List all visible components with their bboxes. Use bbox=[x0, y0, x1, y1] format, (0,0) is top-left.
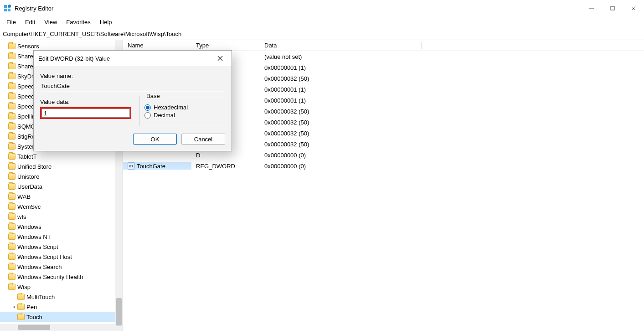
value-name: TouchGate bbox=[137, 163, 165, 170]
tree-item-label: Unified Store bbox=[17, 163, 52, 170]
folder-icon bbox=[8, 213, 15, 220]
title-bar: Registry Editor bbox=[0, 0, 644, 16]
tree-item[interactable]: WcmSvc bbox=[0, 202, 123, 212]
radio-icon bbox=[144, 104, 151, 111]
folder-icon bbox=[8, 153, 15, 160]
tree-item-label: Windows Search bbox=[17, 264, 62, 270]
table-row[interactable]: 01TouchGateREG_DWORD0x00000000 (0) bbox=[123, 160, 644, 171]
close-button[interactable] bbox=[623, 0, 644, 16]
menu-edit[interactable]: Edit bbox=[21, 17, 40, 27]
radio-hexadecimal[interactable]: Hexadecimal bbox=[144, 104, 220, 111]
menu-view[interactable]: View bbox=[40, 17, 62, 27]
cell-data: 0x00000000 (0) bbox=[260, 152, 644, 159]
ok-button[interactable]: OK bbox=[133, 134, 177, 145]
tree-horizontal-scrollbar[interactable] bbox=[0, 324, 115, 331]
tree-item[interactable]: Unified Store bbox=[0, 161, 123, 171]
col-type[interactable]: Type bbox=[191, 42, 260, 49]
cell-data: 0x00000000 (0) bbox=[260, 163, 644, 170]
value-data-label: Value data: bbox=[40, 98, 131, 105]
cell-type: REG_DWORD bbox=[191, 163, 260, 170]
dword-value-icon: 01 bbox=[128, 162, 135, 170]
value-data-input[interactable] bbox=[41, 109, 130, 118]
menu-favorites[interactable]: Favorites bbox=[62, 17, 95, 27]
tree-item-label: Windows bbox=[17, 223, 41, 230]
tree-item[interactable]: Sensors bbox=[0, 41, 123, 51]
folder-icon bbox=[8, 53, 15, 59]
dialog-title: Edit DWORD (32-bit) Value bbox=[38, 55, 110, 62]
window-title: Registry Editor bbox=[15, 5, 53, 12]
tree-item[interactable]: >Pen bbox=[0, 302, 123, 312]
svg-rect-0 bbox=[4, 5, 7, 8]
svg-rect-3 bbox=[8, 9, 10, 11]
cell-data: (value not set) bbox=[260, 53, 644, 60]
tree-item[interactable]: Windows bbox=[0, 222, 123, 232]
menu-file[interactable]: File bbox=[2, 17, 21, 27]
col-data[interactable]: Data bbox=[260, 42, 422, 49]
tree-item[interactable]: UserData bbox=[0, 181, 123, 191]
cell-type: D bbox=[191, 152, 260, 159]
base-label: Base bbox=[144, 93, 162, 99]
folder-icon bbox=[8, 253, 15, 260]
tree-item-label: WcmSvc bbox=[17, 203, 41, 210]
folder-icon bbox=[8, 103, 15, 109]
tree-item[interactable]: Unistore bbox=[0, 171, 123, 181]
dialog-titlebar: Edit DWORD (32-bit) Value bbox=[34, 51, 232, 66]
address-path: Computer\HKEY_CURRENT_USER\Software\Micr… bbox=[3, 31, 181, 37]
cell-data: 0x00000032 (50) bbox=[260, 141, 644, 148]
menu-help[interactable]: Help bbox=[95, 17, 117, 27]
close-icon[interactable] bbox=[213, 55, 227, 62]
scrollbar-thumb[interactable] bbox=[116, 298, 122, 326]
tree-item[interactable]: Windows Script Host bbox=[0, 252, 123, 262]
scrollbar-thumb[interactable] bbox=[18, 325, 50, 330]
folder-icon bbox=[8, 193, 15, 200]
tree-item[interactable]: MultiTouch bbox=[0, 292, 123, 302]
folder-icon bbox=[8, 163, 15, 170]
folder-icon bbox=[8, 93, 15, 99]
tree-item[interactable]: Windows NT bbox=[0, 232, 123, 242]
svg-point-4 bbox=[8, 5, 11, 7]
svg-rect-6 bbox=[611, 6, 614, 10]
tree-item[interactable]: Touch bbox=[0, 312, 123, 322]
tree-item-label: TabletT bbox=[17, 153, 37, 160]
folder-icon bbox=[8, 63, 15, 69]
folder-icon bbox=[17, 314, 25, 320]
tree-item[interactable]: Windows Security Health bbox=[0, 272, 123, 282]
tree-item[interactable]: wfs bbox=[0, 212, 123, 222]
tree-item-label: MultiTouch bbox=[26, 294, 55, 300]
folder-icon bbox=[8, 143, 15, 150]
minimize-button[interactable] bbox=[581, 0, 602, 16]
address-bar[interactable]: Computer\HKEY_CURRENT_USER\Software\Micr… bbox=[0, 28, 644, 40]
folder-icon bbox=[8, 123, 15, 129]
radio-decimal[interactable]: Decimal bbox=[144, 112, 220, 119]
folder-icon bbox=[8, 223, 15, 230]
tree-item[interactable]: Wisp bbox=[0, 282, 123, 292]
tree-item-label: Wisp bbox=[17, 284, 31, 290]
window-controls bbox=[581, 0, 644, 16]
radio-label: Hexadecimal bbox=[154, 104, 188, 111]
tree-item[interactable]: TabletT bbox=[0, 151, 123, 161]
tree-item[interactable]: WAB bbox=[0, 191, 123, 202]
cell-data: 0x00000001 (1) bbox=[260, 64, 644, 71]
value-name-label: Value name: bbox=[40, 72, 225, 79]
svg-rect-2 bbox=[4, 9, 7, 11]
tree-item[interactable]: Windows Script bbox=[0, 242, 123, 252]
cancel-button[interactable]: Cancel bbox=[181, 134, 225, 145]
cell-data: 0x00000001 (1) bbox=[260, 97, 644, 104]
tree-item[interactable]: Windows Search bbox=[0, 262, 123, 272]
tree-item-label: Windows NT bbox=[17, 233, 51, 240]
folder-icon bbox=[8, 83, 15, 89]
chevron-icon: > bbox=[11, 305, 17, 310]
folder-icon bbox=[8, 243, 15, 250]
cell-name: 01TouchGate bbox=[123, 162, 191, 170]
col-name[interactable]: Name bbox=[123, 42, 191, 49]
tree-item-label: Windows Script bbox=[17, 243, 58, 250]
folder-icon bbox=[8, 264, 15, 270]
tree-item-label: UserData bbox=[17, 183, 42, 190]
maximize-button[interactable] bbox=[602, 0, 623, 16]
tree-item-label: WAB bbox=[17, 193, 31, 200]
folder-icon bbox=[17, 294, 25, 300]
radio-icon bbox=[144, 112, 151, 119]
value-name-input[interactable] bbox=[40, 81, 225, 91]
radio-label: Decimal bbox=[154, 112, 175, 119]
folder-icon bbox=[8, 183, 15, 190]
